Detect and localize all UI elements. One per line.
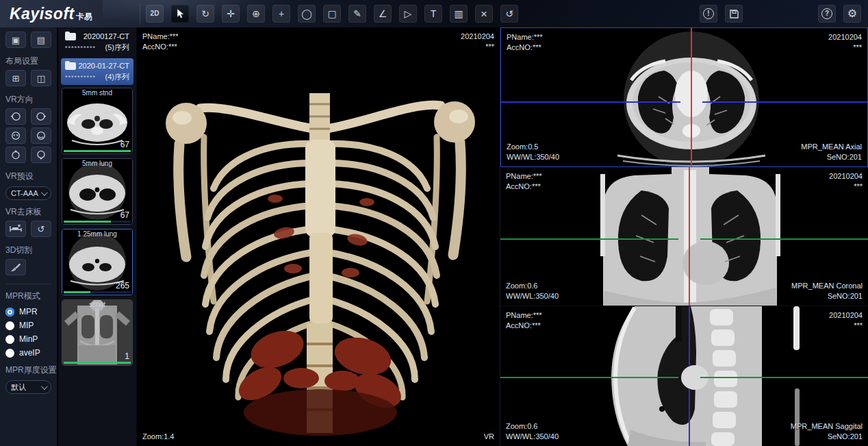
mpr-axial-viewport[interactable]: PName:*** AccNO:*** 20210204 *** Zoom:0.… <box>500 27 868 167</box>
sagittal-crosshair-h-green-left[interactable] <box>500 377 678 378</box>
load-progress-track <box>64 362 131 364</box>
pname-text: PName:*** <box>506 310 542 321</box>
vr-dir-inferior-button[interactable] <box>31 147 51 163</box>
radio-icon <box>5 335 14 344</box>
mpr-mode-option-aveip[interactable]: aveIP <box>5 348 51 358</box>
series-thumbnail-scout[interactable]: scout 1 <box>62 299 133 366</box>
seno-text: SeNO:201 <box>801 152 862 162</box>
masked-text: *** <box>829 321 863 331</box>
head-left-icon <box>10 111 21 122</box>
zoom-button[interactable]: ⊕ <box>247 5 265 23</box>
sagittal-crosshair-h-green-right[interactable] <box>700 377 868 378</box>
axial-crosshair-h-blue-right[interactable] <box>702 101 868 103</box>
sagittal-crosshair-v-blue-top[interactable] <box>689 306 690 367</box>
vr-direction-label: VR方向 <box>5 94 51 106</box>
coronal-crosshair-h-green-right[interactable] <box>700 238 868 240</box>
seno-text: SeNO:201 <box>791 432 863 442</box>
pointer-icon <box>175 8 186 19</box>
vr-dir-right-button[interactable] <box>31 108 51 125</box>
seno-text: SeNO:201 <box>791 291 863 301</box>
radio-label: MinP <box>19 334 38 344</box>
date-overlay: 20210204 *** <box>829 310 863 331</box>
radio-icon <box>5 321 14 330</box>
mpr-mode-option-minp[interactable]: MinP <box>5 334 51 344</box>
accno-text: AccNO:*** <box>142 42 179 52</box>
series-thumbnail-5mm-lung[interactable]: 5mm lung 67 <box>62 158 133 225</box>
scout-thumb-image <box>62 300 132 365</box>
date-overlay: 20210204 *** <box>828 32 862 53</box>
axial-crosshair-v-red[interactable] <box>691 28 692 167</box>
mpr-thickness-label: MPR厚度设置 <box>5 364 51 376</box>
view-2d-button[interactable]: 2D <box>146 5 164 23</box>
accno-text: AccNO:*** <box>506 182 542 192</box>
series-count: (4)序列 <box>105 72 129 82</box>
help-button[interactable]: ? <box>818 5 836 23</box>
coronal-crosshair-v-red[interactable] <box>689 167 690 306</box>
window-level-button[interactable]: ▥ <box>450 5 468 23</box>
coronal-crosshair-h-green-left[interactable] <box>500 238 678 240</box>
remove-bed-button[interactable] <box>5 221 26 237</box>
series-thumbnail-1-25mm-lung[interactable]: 1.25mm lung 265 <box>62 229 133 295</box>
mpr-mode-option-mip[interactable]: MIP <box>5 321 51 330</box>
mpr-mode-option-mpr[interactable]: MPR <box>5 307 51 317</box>
reset-button[interactable]: ↺ <box>500 5 518 23</box>
patient-overlay: PName:*** AccNO:*** <box>142 32 179 52</box>
zoom-text: Zoom:0.5 <box>507 142 559 152</box>
vr-rendering-image <box>137 27 500 446</box>
pan-icon: ✛ <box>227 9 235 18</box>
mpr-sagittal-viewport[interactable]: PName:*** AccNO:*** 20210204 *** Zoom:0.… <box>500 306 868 446</box>
load-progress-bar <box>64 221 111 223</box>
mpr-coronal-viewport[interactable]: PName:*** AccNO:*** 20210204 *** Zoom:0.… <box>500 167 868 306</box>
study-date-text: 20210204 <box>828 32 862 42</box>
rectangle-icon: ▢ <box>327 9 336 18</box>
info-button[interactable]: ! <box>700 5 717 23</box>
masked-text: *** <box>829 182 863 192</box>
grid-2x2-button[interactable]: ⊞ <box>5 70 26 86</box>
vr-preset-value: CT-AAA <box>11 189 38 197</box>
tool-group: 2D ↻ ✛ ⊕ + ◯ ▢ ✎ ∠ ▷ T ▥ × ↺ <box>146 5 518 23</box>
axial-crosshair-h-blue-left[interactable] <box>501 101 680 103</box>
settings-button[interactable]: ⚙ <box>843 5 861 23</box>
mpr-thickness-select[interactable]: 默认 <box>5 380 51 394</box>
delete-annotation-button[interactable]: × <box>475 5 493 23</box>
load-progress-track <box>64 221 131 223</box>
study-item-2-selected[interactable]: 2020-01-27-CT ********** (4)序列 <box>61 58 133 85</box>
crosshair-button[interactable]: + <box>272 5 290 23</box>
vr-dir-left-button[interactable] <box>5 108 26 125</box>
vr-dir-anterior-button[interactable] <box>5 127 26 144</box>
head-front-icon <box>10 130 21 141</box>
left-sidebar: ▣ ▤ 布局设置 ⊞ ◫ VR方向 <box>0 27 58 446</box>
rotate-3d-button[interactable]: ↻ <box>196 5 214 23</box>
layout-panel-button[interactable]: ▣ <box>5 32 26 48</box>
angle-button[interactable]: ∠ <box>374 5 392 23</box>
grid-split-icon: ◫ <box>37 73 45 84</box>
report-button[interactable]: ▤ <box>31 32 51 48</box>
vr-viewport[interactable]: PName:*** AccNO:*** 20210204 *** Zoom:1.… <box>137 27 500 446</box>
view-label-text: MPR_MEAN Axial <box>801 142 862 152</box>
series-thumbnail-5mm-stnd[interactable]: 5mm stnd 67 <box>62 88 133 154</box>
vr-preset-select[interactable]: CT-AAA <box>5 186 51 200</box>
study-item-1[interactable]: 20200127-CT ********** (5)序列 <box>61 29 133 55</box>
bed-reset-button[interactable]: ↺ <box>31 221 51 237</box>
measure-icon: ✎ <box>353 9 361 18</box>
gear-icon: ⚙ <box>847 8 857 19</box>
save-button[interactable] <box>725 5 743 23</box>
mpr-mode-label: MPR模式 <box>5 290 51 302</box>
save-icon <box>729 9 739 19</box>
cobb-angle-button[interactable]: ▷ <box>399 5 417 23</box>
vr-dir-posterior-button[interactable] <box>31 127 51 144</box>
grid-split-button[interactable]: ◫ <box>31 70 51 86</box>
vr-dir-superior-button[interactable] <box>5 147 26 163</box>
ellipse-roi-button[interactable]: ◯ <box>298 5 316 23</box>
text-annotation-button[interactable]: T <box>424 5 442 23</box>
pan-button[interactable]: ✛ <box>222 5 240 23</box>
measure-button[interactable]: ✎ <box>348 5 366 23</box>
rectangle-roi-button[interactable]: ▢ <box>323 5 341 23</box>
vr-preset-label: VR预设 <box>5 171 51 182</box>
reset-icon: ↺ <box>38 224 45 234</box>
image-count: 67 <box>120 140 129 149</box>
scalpel-button[interactable] <box>5 259 26 275</box>
view-label-text: MPR_MEAN Coronal <box>791 281 863 291</box>
sagittal-crosshair-v-blue-bottom[interactable] <box>689 388 690 446</box>
pointer-button[interactable] <box>171 5 189 23</box>
